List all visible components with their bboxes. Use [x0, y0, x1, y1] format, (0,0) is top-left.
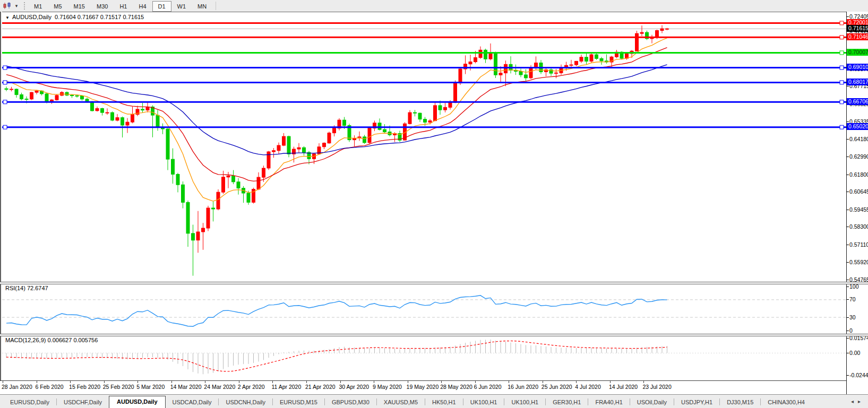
date-tick-mark [37, 381, 37, 383]
date-axis[interactable]: 28 Jan 20206 Feb 202015 Feb 202025 Feb 2… [0, 380, 868, 394]
date-tick-mark [643, 381, 644, 383]
price-tick-label: 0.59455 [847, 206, 868, 213]
panel-splitter-rsi[interactable] [0, 282, 868, 284]
date-label: 16 Jun 2020 [508, 384, 538, 390]
date-label: 2 Apr 2020 [238, 384, 265, 390]
chart-tab-fra40-h1[interactable]: FRA40,H1 [588, 397, 629, 408]
date-tick-mark [137, 381, 138, 383]
tab-scroll-right-icon[interactable]: ▸ [858, 398, 865, 404]
date-tick-mark [475, 381, 476, 383]
tab-scroll-arrows: ◂▸ [851, 398, 865, 404]
date-label: 6 Jun 2020 [474, 384, 502, 390]
date-tick-mark [104, 381, 105, 383]
date-label: 19 May 2020 [407, 384, 439, 390]
date-tick-mark [610, 381, 611, 383]
date-tick-mark [576, 381, 577, 383]
date-tick-mark [239, 381, 239, 383]
chart-collapse-icon[interactable]: ▼ [5, 15, 10, 20]
chart-ohlc-values: 0.71604 0.71667 0.71517 0.71615 [55, 14, 144, 20]
chart-tab-usdjpy-h1[interactable]: USDJPY,H1 [674, 397, 719, 408]
date-tick-mark [509, 381, 509, 383]
price-tick-label: 0.55920 [847, 259, 868, 266]
date-label: 6 Feb 2020 [36, 384, 64, 390]
chart-tab-usdcad-daily[interactable]: USDCAD,Daily [166, 397, 219, 408]
timeframe-button-mn[interactable]: MN [192, 1, 212, 12]
rsi-canvas[interactable] [2, 284, 846, 334]
date-label: 21 Apr 2020 [305, 384, 336, 390]
date-tick-mark [441, 381, 442, 383]
chart-tab-uk100-h1[interactable]: UK100,H1 [504, 397, 545, 408]
rsi-title: RSI(14) 72.6747 [5, 285, 48, 291]
macd-canvas[interactable] [2, 336, 846, 380]
date-label: 4 Jul 2020 [575, 384, 600, 390]
main-chart-canvas[interactable] [2, 12, 846, 282]
level-price-label: 0.70007 [847, 49, 868, 56]
price-axis[interactable]: 0.724050.712150.700600.688700.677150.665… [846, 12, 868, 394]
timeframe-button-d1[interactable]: D1 [152, 1, 171, 12]
date-tick-mark [340, 381, 341, 383]
timeframe-button-h1[interactable]: H1 [114, 1, 133, 12]
tab-scroll-left-icon[interactable]: ◂ [851, 398, 858, 404]
date-label: 28 May 2020 [440, 384, 472, 390]
chart-symbol-label: AUDUSD,Daily [12, 14, 51, 20]
date-label: 9 May 2020 [373, 384, 402, 390]
chart-tab-gbpusd-m30[interactable]: GBPUSD,M30 [325, 397, 376, 408]
level-price-label: 0.71046 [847, 33, 868, 40]
chart-tab-audusd-daily[interactable]: AUDUSD,Daily [109, 396, 165, 408]
rsi-panel: RSI(14) 72.6747 [2, 284, 846, 334]
price-tick-label: 0.64180 [847, 136, 868, 143]
timeframe-button-h4[interactable]: H4 [133, 1, 152, 12]
timeframe-button-m5[interactable]: M5 [48, 1, 67, 12]
timeframe-button-m30[interactable]: M30 [91, 1, 114, 12]
chart-type-dropdown-icon[interactable]: ▾ [13, 3, 20, 8]
timeframe-button-w1[interactable]: W1 [171, 1, 192, 12]
rsi-tick-label: 30 [847, 314, 868, 321]
date-label: 28 Jan 2020 [2, 384, 32, 390]
date-label: 14 Mar 2020 [170, 384, 202, 390]
date-label: 24 Mar 2020 [204, 384, 235, 390]
timeframe-button-m15[interactable]: M15 [68, 1, 91, 12]
date-tick-mark [171, 381, 172, 383]
chart-tab-uk100-h1[interactable]: UK100,H1 [463, 397, 504, 408]
chart-tab-china300-h4[interactable]: CHINA300,H4 [761, 397, 812, 408]
date-tick-mark [272, 381, 273, 383]
date-label: 25 Feb 2020 [103, 384, 134, 390]
chart-tab-usdcnh-daily[interactable]: USDCNH,Daily [219, 397, 272, 408]
level-price-label: 0.66706 [847, 98, 868, 105]
panel-splitter-macd[interactable] [0, 334, 868, 336]
date-tick-mark [306, 381, 307, 383]
timeframe-toolbar: ▾ M1M5M15M30H1H4D1W1MN [0, 0, 868, 12]
chart-tab-eurusd-daily[interactable]: EURUSD,Daily [3, 397, 56, 408]
date-label: 23 Jul 2020 [642, 384, 671, 390]
chart-tab-eurusd-m15[interactable]: EURUSD,M15 [273, 397, 324, 408]
chart-tab-xauusd-m5[interactable]: XAUUSD,M5 [377, 397, 425, 408]
current-price-label: 0.71615 [847, 25, 868, 32]
rsi-tick-label: 70 [847, 296, 868, 303]
date-tick-mark [70, 381, 71, 383]
main-chart-panel: ▼AUDUSD,Daily 0.71604 0.71667 0.71517 0.… [2, 12, 846, 282]
chart-tab-usdchf-daily[interactable]: USDCHF,Daily [57, 397, 109, 408]
date-tick-mark [3, 381, 3, 383]
timeframe-buttons: M1M5M15M30H1H4D1W1MN [28, 1, 212, 11]
chart-title: ▼AUDUSD,Daily 0.71604 0.71667 0.71517 0.… [5, 14, 144, 20]
date-label: 25 Jun 2020 [542, 384, 572, 390]
price-tick-label: 0.62990 [847, 153, 868, 160]
toolbar-separator [216, 2, 216, 10]
macd-title: MACD(12,26,9) 0.006627 0.005756 [5, 337, 98, 343]
date-label: 15 Feb 2020 [69, 384, 100, 390]
candlestick-chart-icon [3, 2, 12, 10]
toolbar-grip-handle[interactable] [24, 2, 25, 10]
chart-tab-bar: EURUSD,DailyUSDCHF,DailyAUDUSD,DailyUSDC… [0, 394, 868, 408]
tabs-holder: EURUSD,DailyUSDCHF,DailyAUDUSD,DailyUSDC… [3, 395, 812, 408]
chart-tab-ger30-h1[interactable]: GER30,H1 [546, 397, 588, 408]
chart-tab-usoil-daily[interactable]: USOil,Daily [630, 397, 674, 408]
date-tick-mark [543, 381, 543, 383]
macd-tick-label: -0.02441 [847, 372, 868, 379]
chart-type-icon[interactable] [2, 1, 13, 11]
level-price-label: 0.68017 [847, 79, 868, 85]
timeframe-button-m1[interactable]: M1 [28, 1, 48, 12]
level-price-label: 0.69010 [847, 64, 868, 71]
date-label: 11 Apr 2020 [271, 384, 301, 390]
chart-tab-hk50-h1[interactable]: HK50,H1 [425, 397, 463, 408]
chart-tab-dj30-m15[interactable]: DJ30,M15 [720, 397, 760, 408]
